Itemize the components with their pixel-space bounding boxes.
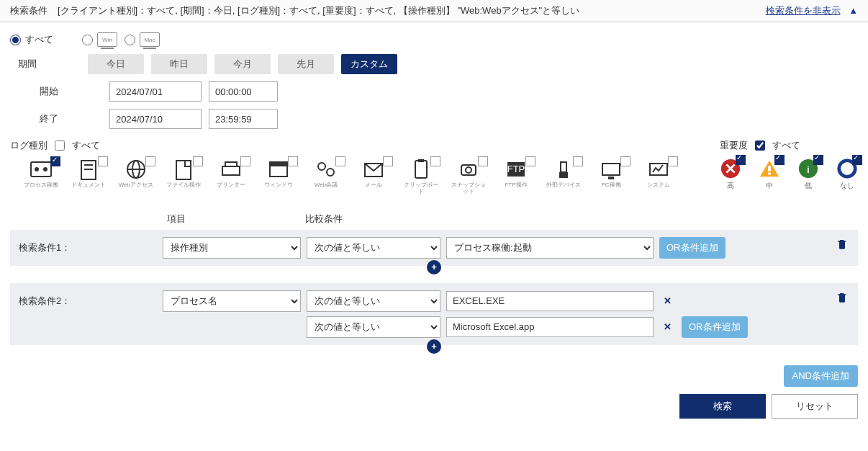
svg-rect-10 — [222, 166, 240, 175]
logtype-0[interactable]: プロセス稼働 — [23, 158, 59, 195]
cond1-delete-icon[interactable] — [836, 238, 848, 252]
logtype-7[interactable]: メール — [356, 158, 392, 195]
period-custom[interactable]: カスタム — [341, 54, 397, 74]
logtype-check-12[interactable] — [620, 156, 630, 166]
cond2b-value[interactable] — [446, 317, 654, 337]
end-time-input[interactable] — [209, 109, 278, 129]
svg-point-1 — [35, 167, 39, 171]
period-yesterday[interactable]: 昨日 — [151, 54, 207, 74]
severity-2[interactable]: i低 — [797, 158, 819, 191]
logtype-9[interactable]: スナップショット — [451, 158, 487, 195]
logtype-check-9[interactable] — [478, 156, 488, 166]
svg-rect-23 — [561, 162, 566, 172]
logtype-6[interactable]: Web会議 — [308, 158, 344, 195]
svg-rect-9 — [176, 161, 191, 179]
logtype-check-4[interactable] — [240, 156, 250, 166]
cond1-field[interactable]: 操作種別 — [163, 237, 301, 259]
cond1-value[interactable]: プロセス稼働:起動 — [446, 237, 654, 259]
and-condition-button[interactable]: AND条件追加 — [784, 365, 858, 387]
cond1-op[interactable]: 次の値と等しい — [307, 237, 440, 259]
severity-all-label: すべて — [772, 139, 800, 152]
severity-label: 重要度 — [720, 139, 748, 152]
logtype-check-8[interactable] — [430, 156, 440, 166]
svg-rect-17 — [415, 161, 427, 178]
collapse-icon[interactable]: ▲ — [849, 5, 858, 16]
severity-1[interactable]: 中 — [759, 158, 780, 191]
hide-conditions-link[interactable]: 検索条件を非表示 — [766, 5, 841, 16]
cond-col-item: 項目 — [167, 213, 305, 226]
svg-rect-29 — [768, 166, 771, 171]
logtype-13[interactable]: システム — [641, 158, 677, 195]
client-all-radio[interactable]: すべて — [10, 33, 53, 46]
logtype-check-5[interactable] — [288, 156, 298, 166]
svg-text:i: i — [807, 165, 809, 175]
client-win-radio[interactable]: Win — [82, 32, 117, 47]
logtype-check-6[interactable] — [335, 156, 345, 166]
logtype-2[interactable]: Webアクセス — [118, 158, 154, 195]
logtype-check-13[interactable] — [668, 156, 678, 166]
logtype-check-7[interactable] — [383, 156, 393, 166]
cond2-field[interactable]: プロセス名 — [163, 290, 301, 312]
svg-point-15 — [327, 169, 334, 176]
logtype-check-0[interactable] — [50, 156, 60, 166]
cond-col-op: 比較条件 — [305, 213, 343, 226]
client-mac-radio[interactable]: Mac — [125, 32, 160, 47]
cond2b-op[interactable]: 次の値と等しい — [307, 316, 440, 338]
svg-rect-25 — [602, 164, 620, 175]
severity-check-2[interactable] — [813, 155, 823, 165]
svg-point-2 — [43, 167, 48, 171]
logtype-check-3[interactable] — [193, 156, 203, 166]
logtype-label: ログ種別 — [10, 139, 48, 152]
severity-check-1[interactable] — [774, 155, 785, 165]
svg-rect-26 — [608, 177, 614, 179]
logtype-8[interactable]: クリップボード — [403, 158, 439, 195]
period-this-month[interactable]: 今月 — [214, 54, 271, 74]
logtype-12[interactable]: PC稼働 — [593, 158, 629, 195]
cond2a-op[interactable]: 次の値と等しい — [307, 290, 440, 312]
cond2a-value[interactable] — [446, 291, 654, 311]
condition-1: 検索条件1： 操作種別 次の値と等しい プロセス稼働:起動 OR条件追加 + — [10, 230, 858, 266]
logtype-all-checkbox[interactable] — [55, 140, 65, 151]
cond2-delete-icon[interactable] — [836, 292, 848, 305]
cond2-or-button[interactable]: OR条件追加 — [682, 316, 748, 338]
logtype-5[interactable]: ウィンドウ — [261, 158, 297, 195]
header-summary: [クライアント種別]：すべて, [期間]：今日, [ログ種別]：すべて, [重要… — [58, 4, 579, 17]
header-title: 検索条件 — [10, 4, 48, 17]
cond2-add-icon[interactable]: + — [427, 339, 441, 354]
cond2a-remove-icon[interactable]: ✕ — [659, 295, 676, 306]
svg-point-20 — [466, 167, 471, 173]
condition-2: 検索条件2： プロセス名 次の値と等しい ✕ 次の値と等しい ✕ OR条件追加 … — [10, 283, 858, 345]
cond1-add-icon[interactable]: + — [427, 260, 441, 274]
logtype-1[interactable]: ドキュメント — [71, 158, 107, 195]
logtype-check-1[interactable] — [98, 156, 108, 166]
svg-rect-24 — [559, 172, 568, 178]
logtype-check-10[interactable] — [525, 156, 535, 166]
logtype-3[interactable]: ファイル操作 — [166, 158, 202, 195]
svg-rect-13 — [270, 162, 287, 166]
start-date-input[interactable] — [109, 81, 202, 102]
cond1-or-button[interactable]: OR条件追加 — [659, 237, 725, 259]
severity-all-checkbox[interactable] — [755, 140, 765, 151]
logtype-check-11[interactable] — [573, 156, 583, 166]
severity-0[interactable]: 高 — [720, 158, 741, 191]
logtype-11[interactable]: 外部デバイス — [546, 158, 582, 195]
svg-text:FTP: FTP — [507, 164, 525, 174]
start-time-input[interactable] — [209, 81, 278, 102]
mac-icon: Mac — [140, 32, 160, 47]
logtype-check-2[interactable] — [145, 156, 155, 166]
logtype-4[interactable]: プリンター — [213, 158, 249, 195]
severity-check-0[interactable] — [736, 155, 746, 165]
reset-button[interactable]: リセット — [772, 394, 858, 419]
period-last-month[interactable]: 先月 — [278, 54, 334, 74]
search-button[interactable]: 検索 — [679, 394, 766, 419]
logtype-10[interactable]: FTPFTP操作 — [498, 158, 534, 195]
cond2b-remove-icon[interactable]: ✕ — [659, 321, 676, 332]
logtype-all-label: すべて — [72, 139, 100, 152]
severity-3[interactable]: なし — [836, 158, 858, 191]
start-label: 開始 — [32, 85, 66, 98]
severity-check-3[interactable] — [852, 155, 862, 165]
svg-rect-27 — [650, 164, 667, 175]
header-bar: 検索条件 [クライアント種別]：すべて, [期間]：今日, [ログ種別]：すべて… — [0, 0, 868, 22]
period-today[interactable]: 今日 — [88, 54, 144, 74]
end-date-input[interactable] — [109, 109, 202, 129]
